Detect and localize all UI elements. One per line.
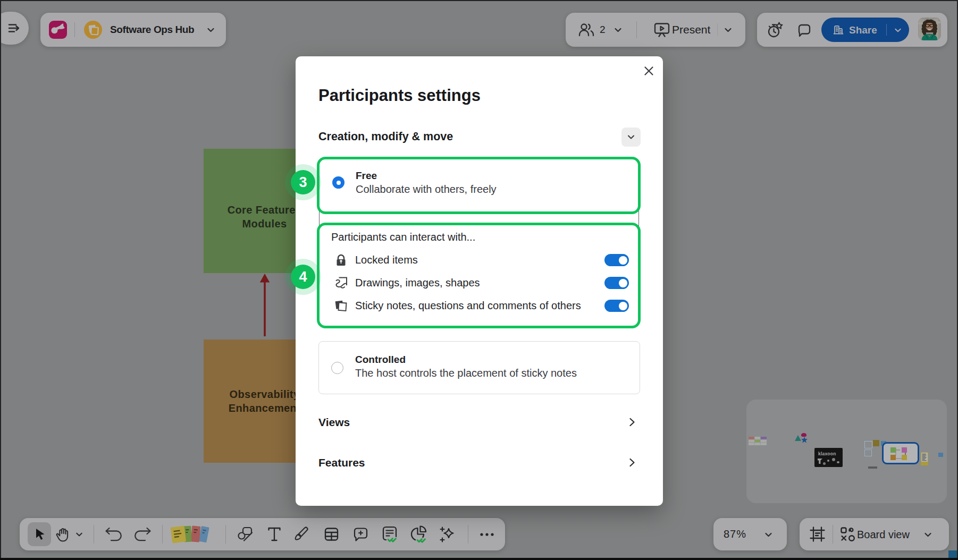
divider bbox=[162, 525, 163, 544]
sidebar-expand-icon bbox=[7, 21, 21, 35]
app-screen: Core Features Modules Observability Enha… bbox=[0, 0, 958, 560]
frames-icon[interactable] bbox=[809, 525, 826, 543]
board-menu-chevron-icon[interactable] bbox=[206, 26, 215, 35]
chat-icon[interactable] bbox=[796, 22, 812, 38]
views-row[interactable]: Views bbox=[318, 412, 640, 433]
sticky-notes-tool-icon[interactable] bbox=[170, 524, 213, 545]
controlled-option-text: Controlled The host controls the placeme… bbox=[355, 354, 577, 379]
project-pages-icon bbox=[84, 21, 102, 39]
minimap-klaxoon-image: klaxoon bbox=[814, 448, 843, 467]
minimap-klaxoon-text: klaxoon bbox=[818, 451, 836, 456]
section-collapse-button[interactable] bbox=[621, 128, 641, 147]
features-chevron-icon bbox=[627, 457, 637, 468]
minimap-cloud-thumb bbox=[801, 433, 806, 437]
klaxoon-splash-mark bbox=[818, 459, 822, 464]
tools-toolbar bbox=[20, 518, 505, 550]
views-chevron-icon bbox=[627, 417, 637, 427]
klaxoon-logo[interactable] bbox=[49, 21, 67, 39]
share-building-icon bbox=[833, 24, 844, 35]
zoom-card: 87% bbox=[713, 518, 787, 550]
annotation-badge-4: 4 bbox=[291, 265, 315, 289]
divider bbox=[74, 22, 75, 37]
klaxoon-splash-dot bbox=[827, 460, 829, 462]
badge-number: 3 bbox=[299, 174, 307, 191]
divider bbox=[94, 525, 94, 544]
divider bbox=[636, 21, 637, 38]
comment-tool-icon[interactable] bbox=[352, 526, 369, 542]
controlled-option-description: The host controls the placement of stick… bbox=[355, 367, 577, 379]
controlled-option-label: Controlled bbox=[355, 354, 577, 366]
window-edge-top bbox=[0, 0, 958, 1]
annotation-badge-3: 3 bbox=[291, 170, 315, 194]
timer-icon[interactable] bbox=[766, 21, 785, 40]
klaxoon-splash-dot bbox=[823, 462, 826, 465]
controlled-option-radio[interactable] bbox=[331, 362, 343, 374]
table-tool-icon[interactable] bbox=[323, 526, 340, 542]
zoom-level[interactable]: 87% bbox=[724, 528, 746, 540]
minimap-viewport-shapes bbox=[884, 444, 917, 462]
participants-icon[interactable] bbox=[577, 21, 595, 39]
klaxoon-splash-dot bbox=[837, 461, 839, 463]
participants-chevron-icon[interactable] bbox=[614, 26, 623, 35]
pan-tool-icon[interactable] bbox=[55, 527, 71, 542]
modal-close-icon[interactable] bbox=[644, 66, 654, 76]
board-view-icon[interactable] bbox=[839, 525, 856, 543]
avatar-photo bbox=[918, 18, 941, 40]
board-title[interactable]: Software Ops Hub bbox=[110, 24, 194, 36]
redo-icon[interactable] bbox=[131, 527, 153, 542]
minimap-doc-thumb bbox=[921, 452, 928, 465]
pan-tool-chevron-icon[interactable] bbox=[75, 530, 83, 539]
minimap[interactable]: klaxoon bbox=[746, 400, 947, 503]
ai-tool-icon[interactable] bbox=[439, 525, 456, 544]
present-menu-chevron-icon[interactable] bbox=[724, 26, 733, 35]
modal-title: Participants settings bbox=[318, 86, 481, 105]
undo-icon[interactable] bbox=[104, 527, 125, 542]
minimap-table-thumb bbox=[749, 437, 767, 445]
minimap-square-olive bbox=[873, 440, 879, 446]
minimap-square-outline-1 bbox=[864, 441, 872, 448]
actions-card: Share bbox=[757, 13, 947, 47]
klaxoon-horn-icon bbox=[49, 21, 67, 39]
board-title-card: Software Ops Hub bbox=[40, 13, 226, 47]
text-tool-icon[interactable] bbox=[266, 526, 282, 542]
minimap-square-outline-2 bbox=[864, 449, 872, 456]
zoom-chevron-icon[interactable] bbox=[764, 530, 773, 539]
minimap-star-thumb bbox=[801, 437, 808, 443]
share-menu-chevron-icon[interactable] bbox=[894, 26, 902, 35]
more-tools-icon[interactable] bbox=[479, 532, 495, 537]
minimap-dash-thumb bbox=[868, 466, 877, 469]
divider bbox=[468, 525, 468, 544]
participants-count[interactable]: 2 bbox=[600, 24, 606, 36]
poll-tool-icon[interactable] bbox=[410, 524, 429, 544]
minimap-triangle-thumb bbox=[795, 435, 801, 441]
minimap-square-blue-right bbox=[938, 453, 943, 457]
pen-tool-icon[interactable] bbox=[292, 525, 310, 543]
divider bbox=[717, 23, 718, 36]
share-button[interactable]: Share bbox=[821, 18, 909, 42]
divider bbox=[886, 24, 887, 36]
views-label: Views bbox=[318, 416, 350, 429]
annotation-box-interact bbox=[317, 223, 641, 328]
facilitation-card: 2 Present bbox=[566, 13, 745, 47]
present-label[interactable]: Present bbox=[672, 23, 710, 36]
canvas-connector-arrow[interactable] bbox=[258, 273, 271, 337]
divider bbox=[833, 525, 833, 544]
select-tool-icon[interactable] bbox=[33, 527, 47, 541]
board-view-label[interactable]: Board view bbox=[857, 529, 910, 541]
board-view-chevron-icon[interactable] bbox=[923, 530, 932, 539]
section-collapse-chevron-icon bbox=[626, 132, 636, 142]
user-avatar[interactable] bbox=[918, 18, 941, 40]
window-edge-bottom bbox=[0, 558, 958, 560]
klaxoon-splash-dot bbox=[832, 458, 835, 461]
window-edge-left bbox=[0, 0, 1, 560]
divider bbox=[225, 525, 226, 544]
shapes-tool-icon[interactable] bbox=[237, 525, 254, 542]
minimap-viewport[interactable] bbox=[882, 442, 919, 464]
board-view-card: Board view bbox=[800, 518, 949, 550]
features-row[interactable]: Features bbox=[318, 452, 640, 473]
minimap-doc-lines bbox=[921, 453, 928, 465]
question-tool-icon[interactable] bbox=[381, 525, 399, 544]
controlled-option-card[interactable]: Controlled The host controls the placeme… bbox=[318, 341, 640, 394]
project-icon[interactable] bbox=[84, 21, 102, 39]
present-icon[interactable] bbox=[653, 21, 671, 39]
